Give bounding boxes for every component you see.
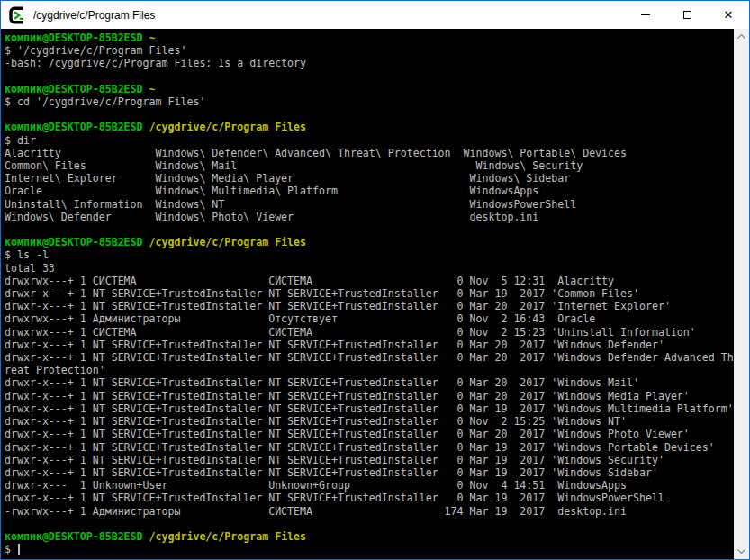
terminal-line	[5, 223, 734, 236]
terminal-line: drwxr-x---+ 1 NT SERVICE+TrustedInstalle…	[5, 454, 734, 466]
terminal-line	[5, 70, 734, 83]
terminal-line: drwxrwx---+ 1 Администраторы Отсутствует…	[5, 312, 734, 325]
terminal-line: drwxr-x---+ 1 NT SERVICE+TrustedInstalle…	[5, 390, 734, 402]
terminal-line: drwxr-x--- 1 Unknown+User Unknown+Group …	[5, 479, 734, 492]
terminal-line: reat Protection'	[5, 364, 734, 376]
terminal-line: drwxrwx---+ 1 СИСТЕМА СИСТЕМА 0 Nov 2 15…	[5, 326, 734, 339]
scroll-up-button[interactable]	[734, 29, 749, 44]
window-titlebar[interactable]: /cygdrive/c/Program Files ✕	[1, 1, 749, 29]
terminal-line: компик@DESKTOP-85B2ESD /cygdrive/c/Progr…	[5, 530, 734, 543]
terminal-line: $ dir	[5, 134, 734, 147]
terminal-line: $ ls -l	[5, 248, 734, 261]
terminal-line: drwxr-x---+ 1 NT SERVICE+TrustedInstalle…	[5, 441, 734, 454]
terminal-line: total 33	[5, 262, 734, 275]
cygwin-icon	[9, 6, 27, 24]
minimize-icon	[641, 14, 650, 15]
scrollbar[interactable]	[734, 29, 749, 559]
terminal-line: drwxr-x---+ 1 NT SERVICE+TrustedInstalle…	[5, 376, 734, 389]
terminal-line: drwxr-x---+ 1 NT SERVICE+TrustedInstalle…	[5, 300, 734, 312]
terminal-line: -rwxrwx---+ 1 Администраторы СИСТЕМА 174…	[5, 505, 734, 518]
window-title: /cygdrive/c/Program Files	[33, 9, 625, 22]
terminal-line: Windows\ Defender Windows\ Photo\ Viewer…	[5, 211, 734, 223]
terminal-line: $	[5, 543, 734, 555]
close-icon: ✕	[724, 9, 734, 21]
terminal-line: компик@DESKTOP-85B2ESD /cygdrive/c/Progr…	[5, 236, 734, 248]
terminal-line: drwxr-x---+ 1 NT SERVICE+TrustedInstalle…	[5, 287, 734, 300]
terminal-line: компик@DESKTOP-85B2ESD ~	[5, 32, 734, 44]
maximize-icon	[683, 11, 691, 19]
terminal-line: компик@DESKTOP-85B2ESD ~	[5, 83, 734, 95]
terminal-line: drwxr-x---+ 1 NT SERVICE+TrustedInstalle…	[5, 415, 734, 428]
terminal-line: drwxrwx---+ 1 СИСТЕМА СИСТЕМА 0 Nov 5 12…	[5, 275, 734, 287]
maximize-button[interactable]	[666, 1, 708, 29]
text-cursor	[18, 544, 20, 555]
close-button[interactable]: ✕	[708, 1, 749, 29]
terminal-line: Alacritty Windows\ Defender\ Advanced\ T…	[5, 147, 734, 159]
terminal-line: $ cd '/cygdrive/c/Program Files'	[5, 95, 734, 108]
chevron-up-icon	[737, 34, 745, 39]
scroll-down-button[interactable]	[734, 544, 749, 559]
terminal-line: drwxr-x---+ 1 NT SERVICE+TrustedInstalle…	[5, 402, 734, 415]
terminal-line: Common\ Files Windows\ Mail Windows\ Sec…	[5, 159, 734, 172]
terminal-line: drwxr-x---+ 1 NT SERVICE+TrustedInstalle…	[5, 351, 734, 364]
terminal-line: -bash: /cygdrive/c/Program Files: Is a d…	[5, 57, 734, 69]
terminal-line: drwxr-x---+ 1 NT SERVICE+TrustedInstalle…	[5, 466, 734, 479]
terminal-line: drwxr-x---+ 1 NT SERVICE+TrustedInstalle…	[5, 428, 734, 440]
terminal-line: компик@DESKTOP-85B2ESD /cygdrive/c/Progr…	[5, 121, 734, 133]
terminal-output[interactable]: компик@DESKTOP-85B2ESD ~$ '/cygdrive/c/P…	[1, 29, 734, 559]
chevron-down-icon	[737, 549, 745, 554]
minimize-button[interactable]	[625, 1, 666, 29]
terminal-line	[5, 108, 734, 121]
terminal-line: $ '/cygdrive/c/Program Files'	[5, 44, 734, 57]
terminal-line	[5, 518, 734, 530]
terminal-line: Internet\ Explorer Windows\ Media\ Playe…	[5, 172, 734, 185]
terminal-line: drwxr-x---+ 1 NT SERVICE+TrustedInstalle…	[5, 339, 734, 351]
terminal-line: drwxr-x---+ 1 NT SERVICE+TrustedInstalle…	[5, 492, 734, 504]
terminal-line: Oracle Windows\ Multimedia\ Platform Win…	[5, 185, 734, 197]
terminal-line: Uninstall\ Information Windows\ NT Windo…	[5, 198, 734, 211]
